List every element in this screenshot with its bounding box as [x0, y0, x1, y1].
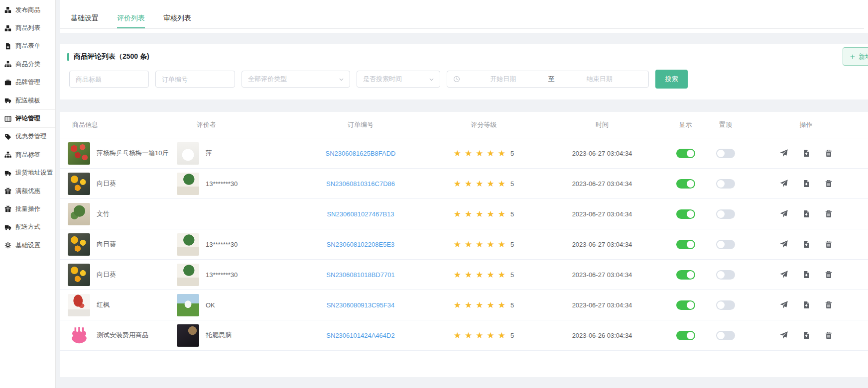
pin-toggle[interactable] — [716, 300, 735, 310]
sidebar-item-comment-management[interactable]: 评论管理 — [0, 109, 55, 127]
table-row: 向日葵13*******30SN230608102208E5E3★★★★★520… — [60, 229, 868, 260]
show-toggle[interactable] — [676, 240, 695, 249]
trash-icon — [825, 271, 833, 279]
order-no-link[interactable]: SN2306081018BD7701 — [326, 271, 394, 279]
add-note-button[interactable] — [802, 331, 810, 339]
product-name: 萍杨梅乒乓杨梅一箱10斤 — [97, 149, 168, 158]
sidebar-item-product-tag[interactable]: 商品标签 — [0, 146, 55, 164]
toggle-knob — [687, 241, 694, 248]
reply-button[interactable] — [780, 180, 788, 188]
table-body: 萍杨梅乒乓杨梅一箱10斤萍SN2306081625B8FADD★★★★★5202… — [60, 138, 868, 351]
delete-button[interactable] — [825, 149, 833, 157]
delete-button[interactable] — [825, 271, 833, 279]
delete-button[interactable] — [825, 331, 833, 339]
sidebar-item-shipping-method[interactable]: 配送方式 — [0, 218, 55, 236]
time-search-value: 是否搜索时间 — [363, 75, 402, 84]
sidebar-item-coupon-management[interactable]: 优惠券管理 — [0, 128, 55, 146]
sidebar-item-product-form[interactable]: 商品表单 — [0, 37, 55, 55]
cubes-icon — [4, 6, 11, 13]
add-new-button[interactable]: 新增 — [843, 47, 868, 66]
pin-toggle[interactable] — [716, 179, 735, 189]
reply-button[interactable] — [780, 240, 788, 248]
order-no-input[interactable] — [155, 71, 235, 88]
show-toggle[interactable] — [676, 149, 695, 158]
delete-button[interactable] — [825, 301, 833, 309]
sidebar-item-brand-management[interactable]: 品牌管理 — [0, 74, 55, 92]
review-time: 2023-06-27 03:04:34 — [572, 180, 632, 188]
sidebar-item-publish-product[interactable]: 发布商品 — [0, 1, 55, 19]
sidebar-item-batch-operation[interactable]: 批量操作 — [0, 200, 55, 218]
order-no-link[interactable]: SN2306101424A464D2 — [326, 332, 394, 339]
sidebar-item-product-category[interactable]: 商品分类 — [0, 55, 55, 73]
time-search-select[interactable]: 是否搜索时间 — [357, 71, 440, 88]
reply-button[interactable] — [780, 210, 788, 218]
add-note-button[interactable] — [802, 240, 810, 248]
file-plus-icon — [802, 240, 810, 248]
show-toggle[interactable] — [676, 300, 695, 310]
product-name: 测试安装费用商品 — [97, 331, 148, 340]
sitemap-icon — [4, 151, 11, 158]
product-image — [68, 294, 90, 316]
table-row: 向日葵13*******30SN2306081018BD7701★★★★★520… — [60, 260, 868, 290]
pin-toggle[interactable] — [716, 149, 735, 158]
tab-bar: 基础设置评价列表审核列表 — [60, 0, 868, 33]
chevron-down-icon — [428, 76, 435, 83]
order-no-link[interactable]: SN230608102208E5E3 — [327, 241, 395, 248]
reply-button[interactable] — [780, 149, 788, 157]
delete-button[interactable] — [825, 210, 833, 218]
plus-icon — [850, 54, 856, 60]
add-note-button[interactable] — [802, 180, 810, 188]
sidebar-item-return-address[interactable]: 退货地址设置 — [0, 164, 55, 182]
show-toggle[interactable] — [676, 209, 695, 219]
product-title-input[interactable] — [69, 71, 149, 88]
pin-toggle[interactable] — [716, 240, 735, 249]
sidebar-item-shipping-template[interactable]: 配送模板 — [0, 92, 55, 109]
review-time: 2023-06-27 03:04:34 — [572, 150, 632, 157]
show-toggle[interactable] — [676, 331, 695, 340]
review-type-select[interactable]: 全部评价类型 — [242, 71, 350, 88]
order-no-link[interactable]: SN2306081625B8FADD — [326, 150, 396, 157]
delete-button[interactable] — [825, 180, 833, 188]
show-toggle[interactable] — [676, 270, 695, 280]
star-rating: ★★★★★5 — [454, 301, 514, 309]
sidebar-item-basic-settings[interactable]: 基础设置 — [0, 236, 55, 254]
tab-audit-list[interactable]: 审核列表 — [163, 14, 191, 28]
file-plus-icon — [802, 301, 810, 309]
pin-toggle[interactable] — [716, 331, 735, 340]
show-toggle[interactable] — [676, 179, 695, 189]
table-row: 萍杨梅乒乓杨梅一箱10斤萍SN2306081625B8FADD★★★★★5202… — [60, 138, 868, 169]
star-icon: ★ — [465, 301, 472, 309]
order-no-link[interactable]: SN2306081027467B13 — [327, 210, 394, 218]
date-range-picker[interactable]: 开始日期 至 结束日期 — [447, 71, 649, 88]
trash-icon — [825, 331, 833, 339]
add-note-button[interactable] — [802, 271, 810, 279]
add-note-button[interactable] — [802, 210, 810, 218]
toggle-knob — [687, 271, 694, 279]
add-note-button[interactable] — [802, 301, 810, 309]
file-plus-icon — [802, 331, 810, 339]
column-header: 评价者 — [175, 120, 293, 129]
sidebar-item-label: 退货地址设置 — [15, 169, 53, 177]
order-no-link[interactable]: SN23060810316C7D86 — [326, 180, 395, 188]
star-icon: ★ — [476, 180, 483, 188]
rating-value: 5 — [510, 180, 514, 188]
sidebar-item-product-list[interactable]: 商品列表 — [0, 19, 55, 37]
pin-toggle[interactable] — [716, 209, 735, 219]
truck-icon — [4, 224, 11, 231]
sidebar-item-full-discount[interactable]: 满额优惠 — [0, 182, 55, 200]
pin-toggle[interactable] — [716, 270, 735, 280]
tab-basic-settings[interactable]: 基础设置 — [71, 14, 99, 28]
reply-button[interactable] — [780, 271, 788, 279]
order-no-link[interactable]: SN2306080913C95F34 — [327, 301, 395, 309]
reply-button[interactable] — [780, 331, 788, 339]
add-note-button[interactable] — [802, 149, 810, 157]
paper-plane-icon — [780, 149, 788, 157]
review-time: 2023-06-27 03:04:34 — [572, 241, 632, 248]
delete-button[interactable] — [825, 240, 833, 248]
star-icon: ★ — [454, 301, 461, 309]
sidebar-item-label: 品牌管理 — [15, 78, 40, 87]
toggle-knob — [687, 332, 694, 339]
tab-review-list[interactable]: 评价列表 — [117, 14, 145, 28]
reply-button[interactable] — [780, 301, 788, 309]
search-button[interactable]: 搜索 — [655, 70, 688, 89]
